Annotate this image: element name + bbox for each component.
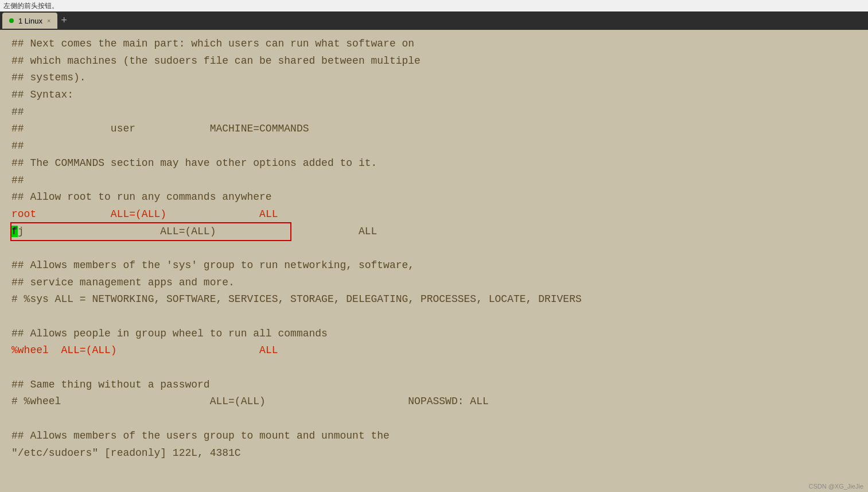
code-line [11, 359, 857, 377]
tab-label: 1 Linux [18, 17, 42, 25]
tab-bar: 1 Linux × + [0, 11, 868, 30]
code-line: root ALL=(ALL) ALL [11, 206, 857, 223]
code-line: ## Allows members of the 'sys' group to … [11, 257, 857, 274]
code-line: ## The COMMANDS section may have other o… [11, 155, 857, 172]
code-line: ## Same thing without a password [11, 377, 857, 394]
tab-add-button[interactable]: + [61, 16, 67, 26]
code-line: ## systems). [11, 69, 857, 87]
code-line: ## Syntax: [11, 87, 857, 104]
code-line: ## Allows people in group wheel to run a… [11, 326, 857, 343]
code-line: ## [11, 138, 857, 155]
code-line [11, 240, 857, 257]
code-line: ## [11, 172, 857, 189]
tab-close-icon[interactable]: × [47, 17, 50, 24]
tab-dot [9, 18, 14, 23]
code-line [11, 308, 857, 326]
watermark: CSDN @XG_JieJie [808, 483, 863, 490]
editor-area: ## Next comes the main part: which users… [0, 30, 868, 476]
code-line: "/etc/sudoers" [readonly] 122L, 4381C [11, 445, 857, 462]
tooltip-text: 左侧的前头按钮。 [3, 1, 59, 11]
code-line: ## [11, 104, 857, 121]
code-line: # %wheel ALL=(ALL) NOPASSWD: ALL [11, 393, 857, 410]
code-line: ## Allow root to run any commands anywhe… [11, 189, 857, 206]
tab-linux[interactable]: 1 Linux × [2, 13, 57, 29]
code-line: ## service management apps and more. [11, 274, 857, 292]
code-line: %wheel ALL=(ALL) ALL [11, 342, 857, 359]
code-line [11, 410, 857, 428]
code-line: # %sys ALL = NETWORKING, SOFTWARE, SERVI… [11, 291, 857, 308]
tooltip-bar: 左侧的前头按钮。 [0, 0, 868, 11]
code-line: ## Next comes the main part: which users… [11, 36, 857, 53]
code-line: ## user MACHINE=COMMANDS [11, 121, 857, 138]
code-line: ## which machines (the sudoers file can … [11, 53, 857, 70]
code-line: ## Allows members of the users group to … [11, 428, 857, 445]
code-line: fj ALL=(ALL) ALL [11, 223, 857, 241]
